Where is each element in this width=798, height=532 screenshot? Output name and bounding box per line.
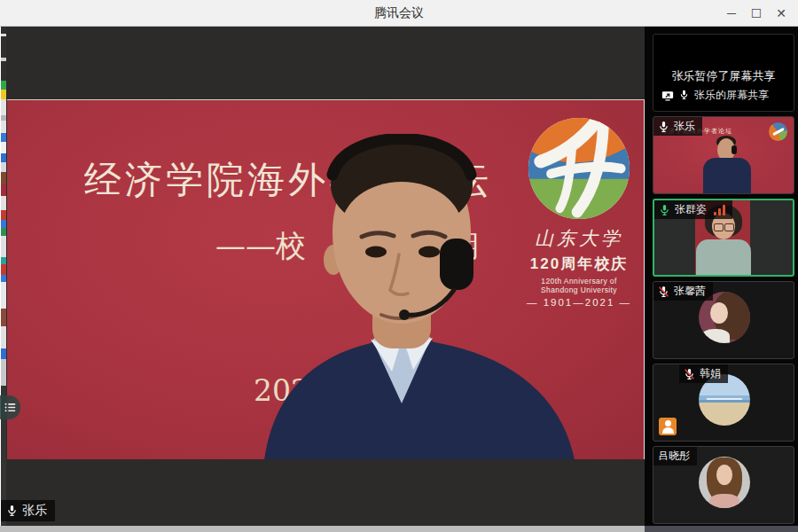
participant-badge-icon [659, 418, 677, 435]
title-bar: 腾讯会议 ─ ☐ ✕ [0, 0, 798, 27]
window-bottom-edge [0, 526, 645, 532]
participant-label: 吕晓彤 [653, 447, 697, 466]
participant-tile-zhangqunzi[interactable]: 张群姿 [653, 199, 794, 277]
speaker-figure [257, 134, 585, 459]
glasses-icon [714, 223, 724, 231]
participant-name: 张群姿 [675, 202, 707, 217]
participant-tile-zhangxinqian[interactable]: 张馨茜 [653, 281, 794, 359]
participants-sidebar: 张乐暂停了屏幕共享 张乐的屏幕共享 经济学院海外学者论坛 [645, 27, 798, 526]
participant-tile-lvxiaotong[interactable]: 吕晓彤 [653, 446, 794, 524]
list-icon [4, 403, 16, 412]
maximize-button[interactable]: ☐ [745, 3, 768, 24]
mic-muted-icon [658, 286, 669, 298]
share-caption: 张乐的屏幕共享 [694, 88, 769, 103]
meeting-window: 腾讯会议 ─ ☐ ✕ 经济学院海外学者论坛 ——校 期 202 [0, 0, 798, 532]
main-video-stage: 经济学院海外学者论坛 ——校 期 202 [6, 27, 645, 526]
mic-active-icon [659, 204, 670, 216]
window-title: 腾讯会议 [0, 5, 798, 21]
participant-tile-hanjuan[interactable]: 韩娟 [653, 364, 794, 442]
screen-share-icon [661, 90, 674, 101]
stage-speaker-label: 张乐 [1, 500, 55, 521]
participant-tile-zhangle[interactable]: 经济学院海外学者论坛 张乐 [653, 116, 794, 194]
mic-on-icon [658, 121, 669, 133]
share-paused-tile[interactable]: 张乐暂停了屏幕共享 张乐的屏幕共享 [653, 34, 794, 112]
mic-on-icon [6, 505, 18, 517]
participant-label: 张乐 [653, 117, 702, 136]
speaker-video[interactable]: 经济学院海外学者论坛 ——校 期 202 [7, 99, 645, 459]
participant-name: 张乐 [674, 119, 695, 134]
glasses-icon [724, 223, 734, 231]
close-button[interactable]: ✕ [770, 3, 793, 24]
mic-on-icon [678, 90, 690, 102]
mini-headset-icon [732, 145, 737, 154]
participant-label: 张群姿 [654, 200, 732, 219]
participant-name: 吕晓彤 [658, 449, 690, 464]
participant-name: 韩娟 [700, 366, 721, 381]
minimize-button[interactable]: ─ [720, 3, 743, 24]
mic-muted-icon [684, 368, 695, 380]
participant-label: 韩娟 [679, 364, 728, 383]
avatar [699, 457, 750, 508]
participant-name: 张馨茜 [674, 284, 706, 299]
share-paused-message: 张乐暂停了屏幕共享 [653, 68, 794, 84]
participant-label: 张馨茜 [653, 282, 713, 301]
network-signal-icon [714, 205, 725, 215]
stage-speaker-name: 张乐 [22, 503, 47, 519]
edge-strip [0, 27, 6, 526]
window-bottom-edge-right [645, 526, 798, 532]
mini-logo-icon [769, 122, 787, 141]
